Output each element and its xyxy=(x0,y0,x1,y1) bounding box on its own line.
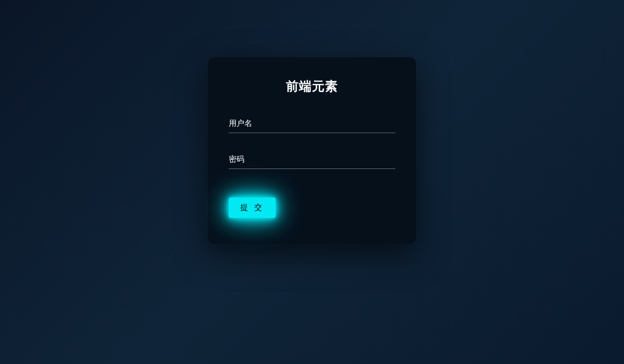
login-card: 前端元素 用户名 密码 提 交 xyxy=(208,57,416,244)
card-title: 前端元素 xyxy=(229,78,395,95)
username-group: 用户名 xyxy=(229,115,395,133)
username-input[interactable] xyxy=(229,115,395,133)
password-input[interactable] xyxy=(229,151,395,169)
password-group: 密码 xyxy=(229,151,395,169)
submit-button[interactable]: 提 交 xyxy=(229,198,276,218)
